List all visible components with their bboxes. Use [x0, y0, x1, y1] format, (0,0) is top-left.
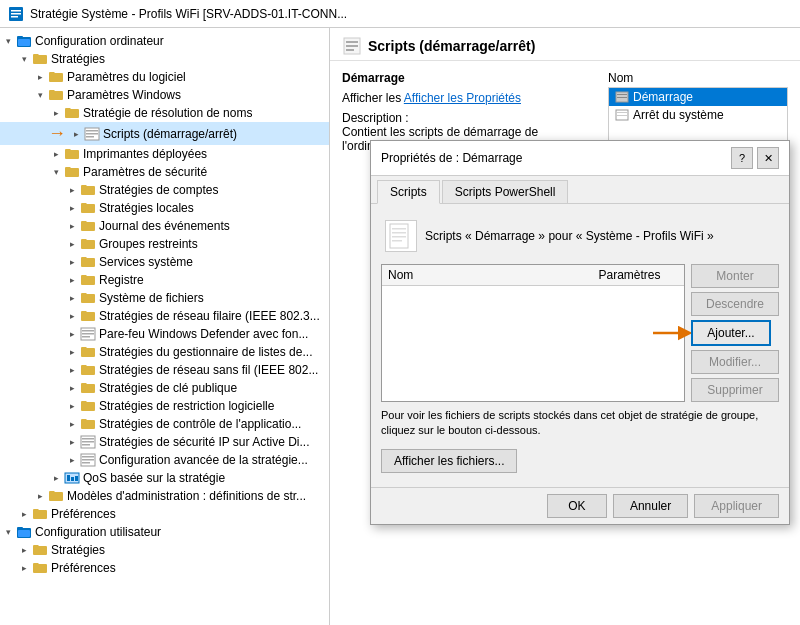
tree-item-icon [80, 308, 96, 324]
tree-item-config-avancee[interactable]: ▸Configuration avancée de la stratégie..… [0, 451, 329, 469]
dialog-bottom-buttons: OK Annuler Appliquer [371, 487, 789, 524]
scripts-header: Scripts « Démarrage » pour « Système - P… [381, 214, 779, 258]
tree-item-parametres-windows[interactable]: ▾Paramètres Windows [0, 86, 329, 104]
annuler-button[interactable]: Annuler [613, 494, 688, 518]
tree-item-pare-feu[interactable]: ▸Pare-feu Windows Defender avec fon... [0, 325, 329, 343]
tree-expander[interactable]: ▸ [68, 126, 84, 142]
tree-expander[interactable]: ▾ [32, 87, 48, 103]
descendre-button[interactable]: Descendre [691, 292, 779, 316]
scripts-doc-icon [385, 220, 417, 252]
tree-expander[interactable]: ▸ [16, 506, 32, 522]
svg-rect-25 [71, 477, 74, 481]
tree-item-systeme-fichiers[interactable]: ▸Système de fichiers [0, 289, 329, 307]
tree-item-modeles-admin[interactable]: ▸Modèles d'administration : définitions … [0, 487, 329, 505]
supprimer-button[interactable]: Supprimer [691, 378, 779, 402]
tree-expander[interactable]: ▸ [64, 452, 80, 468]
tree-expander[interactable]: ▸ [64, 344, 80, 360]
ok-button[interactable]: OK [547, 494, 607, 518]
tree-item-journal-evenements[interactable]: ▸Journal des événements [0, 217, 329, 235]
tree-item-qos[interactable]: ▸QoS basée sur la stratégie [0, 469, 329, 487]
svg-rect-36 [617, 97, 627, 98]
afficher-fichiers-button[interactable]: Afficher les fichiers... [381, 449, 517, 473]
tree-expander[interactable]: ▸ [64, 236, 80, 252]
tree-expander[interactable]: ▸ [48, 105, 64, 121]
tree-expander[interactable]: ▸ [64, 434, 80, 450]
tree-item-parametres-logiciel[interactable]: ▸Paramètres du logiciel [0, 68, 329, 86]
tree-expander[interactable]: ▾ [0, 524, 16, 540]
tree-item-parametres-securite[interactable]: ▾Paramètres de sécurité [0, 163, 329, 181]
tree-expander[interactable]: ▸ [16, 560, 32, 576]
tree-expander[interactable]: ▸ [32, 488, 48, 504]
tree-item-strategies[interactable]: ▾Stratégies [0, 50, 329, 68]
tree-item-preferences-user[interactable]: ▸Préférences [0, 559, 329, 577]
tree-item-strategies-gestionnaire[interactable]: ▸Stratégies du gestionnaire de listes de… [0, 343, 329, 361]
tree-item-scripts[interactable]: →▸Scripts (démarrage/arrêt) [0, 122, 329, 145]
tree-expander[interactable]: ▸ [48, 470, 64, 486]
tree-item-strategie-resolution[interactable]: ▸Stratégie de résolution de noms [0, 104, 329, 122]
svg-rect-13 [82, 333, 94, 335]
tree-item-icon [80, 254, 96, 270]
tree-item-icon [64, 470, 80, 486]
tree-item-strategies-reseau-filaire[interactable]: ▸Stratégies de réseau filaire (IEEE 802.… [0, 307, 329, 325]
tree-expander[interactable]: ▾ [0, 33, 16, 49]
tree-expander[interactable]: ▾ [16, 51, 32, 67]
tree-expander[interactable]: ▾ [48, 164, 64, 180]
tree-expander[interactable]: ▸ [64, 290, 80, 306]
tree-item-icon [80, 380, 96, 396]
dialog-help-button[interactable]: ? [731, 147, 753, 169]
tree-item-label: Stratégies locales [99, 201, 194, 215]
svg-rect-42 [392, 232, 406, 234]
tree-item-registre[interactable]: ▸Registre [0, 271, 329, 289]
tree-item-groupes-restreints[interactable]: ▸Groupes restreints [0, 235, 329, 253]
tree-expander[interactable]: ▸ [64, 362, 80, 378]
tree-item-strategies-reseau-sans-fil[interactable]: ▸Stratégies de réseau sans fil (IEEE 802… [0, 361, 329, 379]
tree-item-strategies-locales[interactable]: ▸Stratégies locales [0, 199, 329, 217]
tree-expander[interactable]: ▸ [64, 416, 80, 432]
tree-item-strategies-controle[interactable]: ▸Stratégies de contrôle de l'applicatio.… [0, 415, 329, 433]
tree-item-label: Configuration utilisateur [35, 525, 161, 539]
afficher-link[interactable]: Afficher les Propriétés [404, 91, 521, 105]
tree-item-label: Stratégies de réseau sans fil (IEEE 802.… [99, 363, 318, 377]
tree-item-strategies-securite-ip[interactable]: ▸Stratégies de sécurité IP sur Active Di… [0, 433, 329, 451]
monter-button[interactable]: Monter [691, 264, 779, 288]
properties-dialog[interactable]: Propriétés de : Démarrage ? ✕ Scripts Sc… [370, 140, 790, 525]
svg-rect-1 [11, 10, 21, 12]
tree-item-label: Stratégies [51, 543, 105, 557]
tree-expander[interactable]: ▸ [64, 218, 80, 234]
tree-expander[interactable]: ▸ [64, 182, 80, 198]
tree-item-preferences-computer[interactable]: ▸Préférences [0, 505, 329, 523]
tree-item-strategies-comptes[interactable]: ▸Stratégies de comptes [0, 181, 329, 199]
list-item-demarrage[interactable]: Démarrage [609, 88, 787, 106]
tree-item-services-systeme[interactable]: ▸Services système [0, 253, 329, 271]
tree-item-strategies-user[interactable]: ▸Stratégies [0, 541, 329, 559]
tab-powershell[interactable]: Scripts PowerShell [442, 180, 569, 203]
modifier-button[interactable]: Modifier... [691, 350, 779, 374]
appliquer-button[interactable]: Appliquer [694, 494, 779, 518]
tree-expander[interactable]: ▸ [64, 254, 80, 270]
tree-item-strategies-cle-publique[interactable]: ▸Stratégies de clé publique [0, 379, 329, 397]
tree-item-config-utilisateur[interactable]: ▾Configuration utilisateur [0, 523, 329, 541]
svg-rect-8 [86, 130, 98, 132]
ajouter-button[interactable]: Ajouter... [691, 320, 771, 346]
tree-expander[interactable]: ▸ [64, 326, 80, 342]
tree-expander[interactable]: ▸ [64, 272, 80, 288]
scripts-title-icon [342, 36, 362, 56]
list-item-arret[interactable]: Arrêt du système [609, 106, 787, 124]
tree-item-icon [64, 146, 80, 162]
tree-item-config-ordinateur[interactable]: ▾Configuration ordinateur [0, 32, 329, 50]
tree-expander[interactable]: ▸ [16, 542, 32, 558]
tab-scripts[interactable]: Scripts [377, 180, 440, 204]
tree-expander[interactable]: ▸ [64, 380, 80, 396]
tree-item-icon [80, 236, 96, 252]
tree-expander[interactable]: ▸ [64, 200, 80, 216]
arrow-indicator: → [48, 123, 66, 144]
col-params: Paramètres [598, 268, 660, 282]
tree-item-icon [80, 344, 96, 360]
tree-expander[interactable]: ▸ [64, 308, 80, 324]
dialog-close-button[interactable]: ✕ [757, 147, 779, 169]
tree-item-imprimantes[interactable]: ▸Imprimantes déployées [0, 145, 329, 163]
tree-expander[interactable]: ▸ [64, 398, 80, 414]
tree-expander[interactable]: ▸ [48, 146, 64, 162]
tree-item-strategies-restriction[interactable]: ▸Stratégies de restriction logicielle [0, 397, 329, 415]
tree-expander[interactable]: ▸ [32, 69, 48, 85]
